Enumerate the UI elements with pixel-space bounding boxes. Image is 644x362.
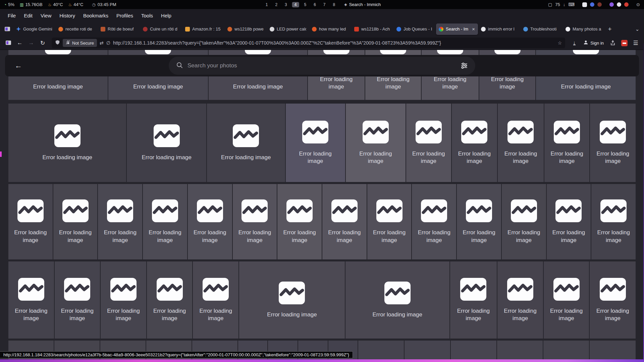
photo-tile[interactable]: Error loadingimage [497,261,543,339]
photo-tile[interactable]: Error loadingimage [590,104,636,182]
workspace-2[interactable]: 2 [273,2,280,7]
photo-tile[interactable]: Error loadingimage [55,261,100,339]
sign-in-button[interactable]: Sign in [581,38,606,48]
tray-app-red-icon[interactable] [624,2,629,7]
screen-icon[interactable]: ▢ [548,2,552,7]
url-bar[interactable]: Not Secure ⇄ ∅ http://192.168.1.184:2283… [52,38,565,48]
workspace-5[interactable]: 5 [302,2,309,7]
menu-item-bookmarks[interactable]: Bookmarks [79,11,112,20]
photo-tile[interactable]: Error loadingimage [188,184,232,259]
menu-item-help[interactable]: Help [157,11,175,20]
photo-tile[interactable]: Error loadingimage [8,261,54,339]
menu-item-view[interactable]: View [37,11,55,20]
browser-tab[interactable]: Google Gemini [13,23,55,35]
photo-tile[interactable]: Error loadingimage [452,104,497,182]
photo-tile[interactable]: Error loadingimage [590,261,636,339]
photo-tile[interactable]: Error loadingimage [367,184,412,259]
photo-tile[interactable]: Error loading image [239,261,345,339]
photo-tile[interactable]: Error loadingimage [547,184,591,259]
photo-tile[interactable]: Error loadingimage [498,104,544,182]
browser-tab[interactable]: Job Queues - I [394,23,436,35]
tab-close-icon[interactable]: × [472,26,475,32]
power-icon[interactable]: ⊙ [636,2,640,7]
browser-tab[interactable]: Rôti de boeuf [98,23,140,35]
photo-tile[interactable]: Error loading image [127,104,206,182]
tray-app-maroon-icon[interactable] [597,2,602,7]
tray-app-white-icon[interactable] [582,2,587,7]
tracking-off-icon[interactable]: ∅ [106,40,110,46]
photo-tile[interactable]: Error loadingimage [591,184,636,259]
photo-tile[interactable] [405,341,450,359]
photo-tile[interactable] [451,341,496,359]
browser-tab[interactable]: ws1218b - Ach [352,23,393,35]
security-badge[interactable]: Not Secure [63,39,97,47]
net-down-icon[interactable]: ↓ [563,2,566,7]
photo-tile[interactable] [543,341,589,359]
search-input[interactable] [187,62,456,69]
tray-app-light-icon[interactable] [617,2,621,7]
downloads-button[interactable]: ↓ [569,38,579,48]
browser-tab[interactable]: Search - Im× [436,23,478,35]
browser-tab[interactable]: ws1218b powe [225,23,267,35]
new-tab-button[interactable]: + [605,24,615,34]
photo-tile[interactable]: Error loading image [345,261,449,339]
photo-tile[interactable]: Error loadingimage [457,184,501,259]
menu-item-file[interactable]: File [4,11,19,20]
back-button[interactable]: ← [15,38,25,48]
photo-tile[interactable]: Error loadingimage [8,184,53,259]
workspace-6[interactable]: 6 [311,2,318,7]
back-arrow-button[interactable]: ← [12,59,25,72]
photo-tile[interactable]: Error loadingimage [544,261,589,339]
photo-tile[interactable] [358,341,404,359]
share-icon[interactable] [608,38,618,48]
tray-app-purple-icon[interactable] [609,2,614,7]
permissions-icon[interactable]: ⇄ [100,40,104,46]
photo-tile[interactable]: Error loading image [8,104,126,182]
photo-tile[interactable]: Error loadingimage [322,184,367,259]
browser-tab[interactable]: LED power calcula [267,23,309,35]
workspace-1[interactable]: 1 [263,2,270,7]
photo-tile[interactable]: Error loadingimage [406,104,451,182]
photo-tile[interactable]: Error loadingimage [53,184,98,259]
browser-tab[interactable]: Amazon.fr : 15 [182,23,224,35]
photo-tile[interactable]: Error loadingimage [502,184,546,259]
hamburger-menu-icon[interactable]: ☰ [631,38,641,48]
forward-button[interactable]: → [26,38,36,48]
tray-app-blue-icon[interactable] [590,2,594,7]
shield-icon[interactable] [55,40,60,46]
menu-item-profiles[interactable]: Profiles [113,11,137,20]
browser-tab[interactable]: immich error l [478,23,520,35]
workspace-7[interactable]: 7 [321,2,328,7]
photo-tile[interactable]: Error loadingimage [143,184,187,259]
browser-tab[interactable]: Many photos a [563,23,605,35]
workspace-4[interactable]: 4 [292,2,299,7]
menu-item-history[interactable]: History [56,11,79,20]
photo-tile[interactable]: Error loadingimage [346,104,406,182]
list-all-tabs-button[interactable]: ⌄ [633,24,642,34]
photo-tile[interactable]: Error loadingimage [147,261,193,339]
browser-tab[interactable]: Troubleshooti [521,23,562,35]
photo-tile[interactable]: Error loadingimage [450,261,497,339]
search-box[interactable] [169,57,475,75]
menu-item-edit[interactable]: Edit [20,11,36,20]
bookmark-star-icon[interactable]: ☆ [558,40,562,46]
menu-item-tools[interactable]: Tools [138,11,157,20]
browser-tab[interactable]: recette roti de [56,23,98,35]
photo-tile[interactable]: Error loadingimage [98,184,142,259]
reload-button[interactable]: ↻ [38,38,48,48]
tab-overview-button[interactable] [2,24,13,35]
photo-tile[interactable]: Error loadingimage [544,104,590,182]
search-filter-icon[interactable] [461,62,468,69]
photo-tile[interactable]: Error loading image [207,104,285,182]
photo-tile[interactable]: Error loadingimage [277,184,322,259]
photo-tile[interactable]: Error loadingimage [101,261,146,339]
ublock-extension-icon[interactable] [619,38,629,48]
photo-tile[interactable]: Error loadingimage [193,261,238,339]
firefox-view-icon[interactable] [3,38,13,48]
browser-tab[interactable]: how many led [309,23,351,35]
keyboard-icon[interactable]: ⌨ [568,2,575,7]
photo-tile[interactable] [497,341,543,359]
workspace-8[interactable]: 8 [331,2,338,7]
photo-tile[interactable]: Error loadingimage [412,184,456,259]
photo-tile[interactable]: Error loadingimage [286,104,345,182]
